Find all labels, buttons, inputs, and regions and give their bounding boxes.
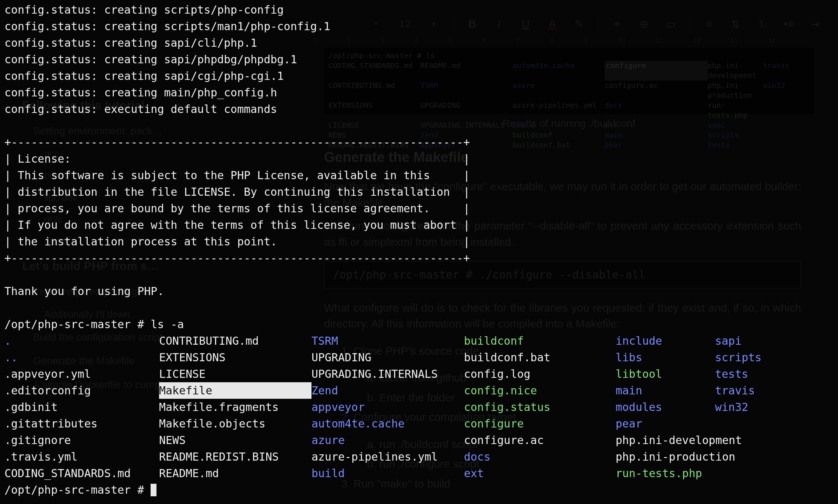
terminal-ls-entry: Makefile.objects [159, 415, 311, 432]
terminal-ls-entry: NEWS [159, 432, 311, 448]
terminal-ls-entry: config.log [464, 366, 616, 382]
terminal-ls-output: ....appveyor.yml.editorconfig.gdbinit.gi… [4, 333, 834, 482]
terminal-ls-entry: buildconf.bat [464, 349, 616, 366]
terminal-ls-entry: pear [616, 415, 715, 432]
terminal-ls-entry: config.status [464, 399, 616, 415]
terminal-ls-entry: . [4, 333, 159, 349]
terminal-ls-entry: LICENSE [159, 366, 311, 382]
terminal-ls-entry: buildconf [464, 333, 616, 349]
terminal-ls-entry: scripts [715, 349, 814, 366]
terminal-ls-entry: modules [616, 399, 715, 415]
terminal-ls-entry: azure [311, 432, 464, 448]
terminal-blank-line [4, 117, 834, 134]
terminal-ls-entry-empty [715, 432, 814, 448]
terminal-ls-entry-empty [715, 448, 814, 465]
terminal-blank-line [4, 266, 834, 283]
terminal-ls-entry: travis [715, 382, 814, 399]
terminal-ls-entry: docs [464, 448, 616, 465]
terminal[interactable]: config.status: creating scripts/php-conf… [0, 0, 838, 504]
terminal-output-line: config.status: creating main/php_config.… [4, 84, 834, 101]
terminal-ls-entry: EXTENSIONS [159, 349, 311, 366]
terminal-ls-entry: UPGRADING.INTERNALS [311, 366, 464, 382]
terminal-ls-entry: configure.ac [464, 432, 616, 448]
terminal-ls-entry: README.REDIST.BINS [159, 448, 311, 465]
terminal-ls-entry: .travis.yml [4, 448, 159, 465]
terminal-ls-entry: .. [4, 349, 159, 366]
terminal-license-line: | If you do not agree with the terms of … [4, 217, 834, 233]
terminal-ls-entry: config.nice [464, 382, 616, 399]
terminal-ls-entry: .gdbinit [4, 399, 159, 415]
terminal-ls-entry: php.ini-production [616, 448, 715, 465]
terminal-ls-entry: sapi [715, 333, 814, 349]
terminal-license-line: | process, you are bound by the terms of… [4, 200, 834, 217]
terminal-ls-entry: include [616, 333, 715, 349]
terminal-cursor [151, 484, 156, 496]
terminal-ls-entry: win32 [715, 399, 814, 415]
terminal-ls-entry: appveyor [311, 399, 464, 415]
terminal-ls-entry: README.md [159, 465, 311, 482]
terminal-ls-entry: ext [464, 465, 616, 482]
terminal-ls-entry: build [311, 465, 464, 482]
terminal-blank-line [4, 299, 834, 316]
terminal-ls-entry-empty [715, 415, 814, 432]
terminal-ls-entry: libtool [616, 366, 715, 382]
terminal-ls-entry: libs [616, 349, 715, 366]
terminal-ls-entry: autom4te.cache [311, 415, 464, 432]
terminal-output-line: config.status: executing default command… [4, 101, 834, 117]
terminal-license-line: | License: | [4, 150, 834, 167]
terminal-ls-entry: CONTRIBUTING.md [159, 333, 311, 349]
terminal-license-line: | the installation process at this point… [4, 233, 834, 250]
terminal-ls-entry: CODING_STANDARDS.md [4, 465, 159, 482]
terminal-ls-entry-empty [715, 465, 814, 482]
terminal-output-line: config.status: creating sapi/phpdbg/phpd… [4, 51, 834, 68]
terminal-ls-entry: tests [715, 366, 814, 382]
terminal-ls-entry: Zend [311, 382, 464, 399]
terminal-ls-entry: .appveyor.yml [4, 366, 159, 382]
terminal-ls-entry: azure-pipelines.yml [311, 448, 464, 465]
terminal-prompt-line[interactable]: /opt/php-src-master # [4, 482, 834, 498]
terminal-output-line: config.status: creating scripts/man1/php… [4, 18, 834, 35]
terminal-output-line: config.status: creating sapi/cgi/php-cgi… [4, 68, 834, 84]
terminal-ls-entry: configure [464, 415, 616, 432]
terminal-ls-entry: .editorconfig [4, 382, 159, 399]
terminal-ls-entry: .gitattributes [4, 415, 159, 432]
terminal-ls-entry: .gitignore [4, 432, 159, 448]
terminal-output-line: Thank you for using PHP. [4, 283, 834, 299]
terminal-license-border: +---------------------------------------… [4, 134, 834, 150]
terminal-output-line: config.status: creating sapi/cli/php.1 [4, 35, 834, 51]
terminal-output-line: config.status: creating scripts/php-conf… [4, 1, 834, 18]
terminal-ls-entry: UPGRADING [311, 349, 464, 366]
terminal-ls-entry: php.ini-development [616, 432, 715, 448]
terminal-ls-entry: Makefile.fragments [159, 399, 311, 415]
terminal-ls-entry: run-tests.php [616, 465, 715, 482]
terminal-ls-entry: TSRM [311, 333, 464, 349]
terminal-ls-entry: Makefile [159, 382, 311, 399]
terminal-ls-entry: main [616, 382, 715, 399]
terminal-license-border: +---------------------------------------… [4, 250, 834, 266]
terminal-license-line: | This software is subject to the PHP Li… [4, 167, 834, 184]
terminal-prompt-line: /opt/php-src-master # ls -a [4, 316, 834, 333]
terminal-license-line: | distribution in the file LICENSE. By c… [4, 184, 834, 200]
